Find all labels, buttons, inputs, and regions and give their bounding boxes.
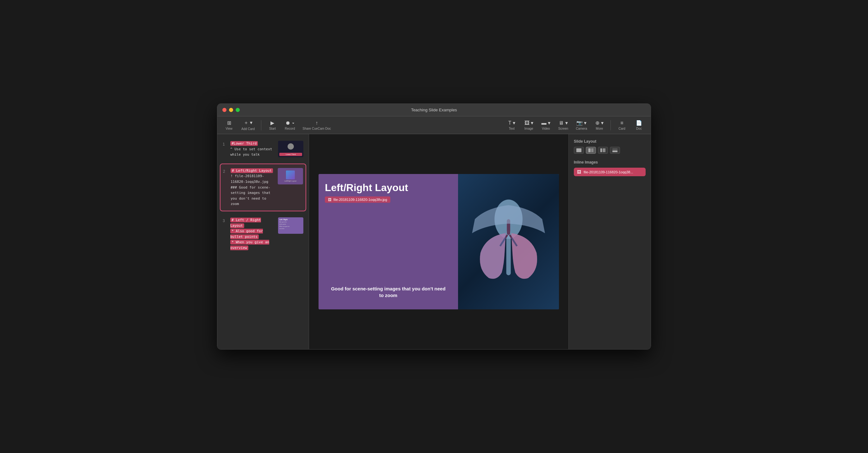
slide-canvas: Left/Right Layout 🖼 file-20181109-116820… [318,174,559,309]
more-button[interactable]: ⊕ ▾ More [592,119,607,131]
camera-button[interactable]: 📷 ▾ Camera [572,119,590,131]
share-button[interactable]: ↑ Share CueCam Doc [300,119,334,131]
slide-panel: 1 #Lower Third ^ Use to set context whil… [217,134,309,349]
doc-button[interactable]: 📄 Doc [631,119,647,131]
maximize-button[interactable] [236,108,240,112]
slide-2-image: ! file-20181109-116820-1oqq38v.jpg [230,174,268,184]
slide-3-bullet1: * Also good for bullet points [230,229,263,239]
inline-image-item[interactable]: 🖼 file-20181109-116820-1oqq38... [574,168,646,176]
minimize-button[interactable] [229,108,233,112]
svg-rect-1 [506,231,510,275]
slide-main-area: Left/Right Layout 🖼 file-20181109-116820… [318,174,559,309]
share-icon: ↑ [315,120,318,126]
slide-code-3: # Left / Right Layout * Also good for bu… [230,217,275,251]
text-button[interactable]: T ▾ Text [504,119,520,131]
record-button[interactable]: ⏺ ▾ Record [282,119,298,131]
thumb-3-line1: Also good for [279,221,302,223]
layout-lower-third-icon [612,148,618,152]
start-button[interactable]: ▶ Start [265,119,280,131]
image-label-text: file-20181109-116820-1oqq38v.jpg [333,198,387,202]
toolbar: ⊞ View ＋ ▾ Add Card ▶ Start ⏺ ▾ Record ↑… [217,116,651,134]
slide-number-2: 2 [223,169,227,174]
slide-view: Left/Right Layout 🖼 file-20181109-116820… [309,134,568,349]
slide-item-1[interactable]: 1 #Lower Third ^ Use to set context whil… [220,137,306,162]
add-card-button[interactable]: ＋ ▾ Add Card [238,118,258,132]
app-window: Teaching Slide Examples ⊞ View ＋ ▾ Add C… [217,103,651,350]
slide-number-1: 1 [223,142,227,147]
svg-rect-5 [591,148,593,152]
screen-button[interactable]: 🖥 ▾ Screen [555,119,571,131]
thumb-lung-img [286,171,295,179]
separator-1 [261,120,261,130]
inline-images-title: Inline Images [574,160,646,164]
slide-content-2: # Left/Right Layout ! file-20181109-1168… [230,168,275,207]
add-icon: ＋ ▾ [244,120,252,126]
text-icon: T ▾ [508,120,515,126]
view-icon: ⊞ [227,120,231,126]
slide-2-heading: # Left/Right Layout [230,168,273,173]
thumb-3-title: Left / Right [279,219,302,220]
layout-lower-third[interactable] [610,147,620,154]
slide-layout-title: Slide Layout [574,139,646,144]
svg-rect-9 [612,151,617,152]
slide-2-subheading: ### Good for scene-setting images that y… [230,185,271,206]
inline-images-section: Inline Images 🖼 file-20181109-116820-1oq… [574,160,646,176]
lung-svg [458,174,559,309]
close-button[interactable] [222,108,226,112]
slide-caption: Good for scene-setting images that you d… [325,282,452,302]
view-button[interactable]: ⊞ View [221,119,237,131]
thumb-bar: Lower Third [279,153,302,156]
play-icon: ▶ [271,120,274,126]
right-panel: Slide Layout [568,134,651,349]
slide-content-3: # Left / Right Layout * Also good for bu… [230,217,275,251]
slide-number-3: 3 [223,219,227,223]
card-button[interactable]: ≡ Card [614,119,630,131]
inline-image-filename: file-20181109-116820-1oqq38... [584,170,633,174]
doc-icon: 📄 [636,120,642,126]
separator-2 [611,120,611,130]
slide-item-2[interactable]: 2 # Left/Right Layout ! file-20181109-11… [220,163,306,211]
thumb-3-line2: bullet points [279,223,302,225]
slide-left-content: Left/Right Layout 🖼 file-20181109-116820… [318,174,458,309]
image-label-icon: 🖼 [328,198,332,202]
card-icon: ≡ [620,120,623,126]
record-icon: ⏺ ▾ [285,120,294,126]
layout-full[interactable] [574,147,584,154]
thumb-3-line3: When you give an [279,225,302,227]
slide-layout-section: Slide Layout [574,139,646,154]
more-icon: ⊕ ▾ [595,120,603,126]
svg-rect-4 [588,148,591,152]
svg-rect-7 [602,148,606,152]
slide-3-bullet2: * When you give an overview [230,240,269,250]
slide-item-3[interactable]: 3 # Left / Right Layout * Also good for … [220,213,306,255]
layout-full-icon [576,148,582,152]
slide-thumb-2: Left/Right Layout [278,168,303,184]
traffic-lights [222,108,240,112]
slide-thumb-3: Left / Right Also good for bullet points… [278,217,303,234]
slide-1-body: ^ Use to set context while you talk [230,147,272,157]
slide-image-label: 🖼 file-20181109-116820-1oqq38v.jpg [325,197,390,203]
svg-rect-3 [576,148,581,152]
layout-left-right[interactable] [586,147,596,154]
video-button[interactable]: ▬ ▾ Video [538,119,554,131]
camera-icon: 📷 ▾ [576,120,586,126]
image-button[interactable]: 🖼 ▾ Image [521,119,537,131]
screen-icon: 🖥 ▾ [559,120,567,126]
slide-thumb-1: Lower Third [278,141,303,157]
lung-visual [458,174,559,309]
titlebar: Teaching Slide Examples [217,104,651,116]
slide-main-title: Left/Right Layout [325,182,452,193]
layout-options [574,147,646,154]
layout-right-heavy-icon [600,148,606,152]
layout-right-heavy[interactable] [598,147,608,154]
slide-content-1: #Lower Third ^ Use to set context while … [230,141,275,157]
thumb-2-text: Left/Right Layout [284,180,297,182]
image-icon: 🖼 ▾ [524,120,533,126]
thumb-circle [287,143,294,150]
slide-code-2: # Left/Right Layout ! file-20181109-1168… [230,168,275,207]
thumb-3-line4: overview [279,228,302,229]
inline-image-icon: 🖼 [577,170,581,174]
layout-split-icon [588,148,594,152]
slide-right-image [458,174,559,309]
slide-1-tag: #Lower Third [230,141,258,146]
